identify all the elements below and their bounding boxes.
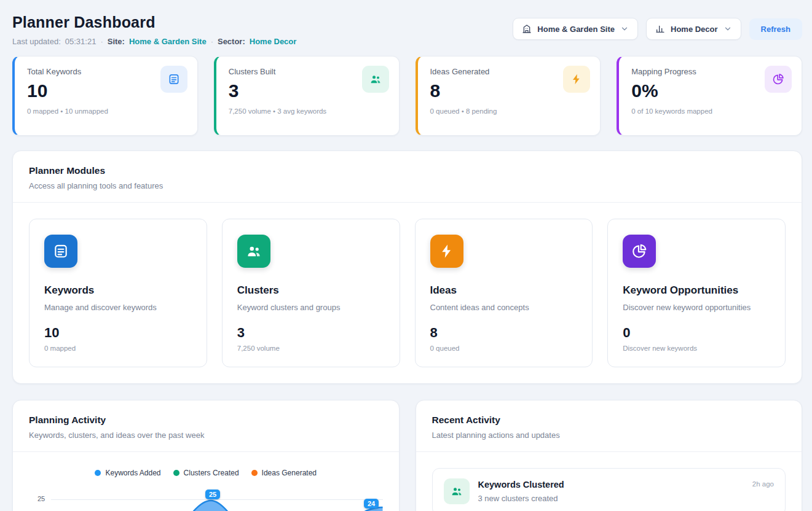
- module-sub: 0 queued: [430, 345, 578, 352]
- site-link[interactable]: Home & Garden Site: [129, 37, 207, 46]
- legend-ideas-generated[interactable]: Ideas Generated: [251, 469, 317, 477]
- stats-row: Total Keywords 10 0 mapped • 10 unmapped…: [12, 56, 802, 136]
- module-value: 3: [237, 325, 385, 341]
- chevron-down-icon: [723, 25, 732, 33]
- site-selector-label: Home & Garden Site: [537, 25, 615, 34]
- site-selector-dropdown[interactable]: Home & Garden Site: [513, 18, 638, 40]
- bottom-row: Planning Activity Keywords, clusters, an…: [12, 400, 802, 511]
- module-sub: 7,250 volume: [237, 345, 385, 352]
- module-tile-keyword-opportunities[interactable]: Keyword Opportunities Discover new keywo…: [607, 219, 786, 367]
- page-header: Planner Dashboard Last updated: 05:31:21…: [12, 14, 802, 46]
- activity-text: Keywords Clustered 3 new clusters create…: [478, 478, 564, 503]
- stat-sub: 0 mapped • 10 unmapped: [27, 107, 186, 115]
- planner-modules-header: Planner Modules Access all planning tool…: [13, 151, 802, 203]
- last-updated-value: 05:31:21: [65, 37, 97, 46]
- activity-chart: 25 25 24: [29, 486, 383, 511]
- bolt-icon: [430, 235, 463, 268]
- users-icon: [237, 235, 270, 268]
- sector-label: Sector:: [218, 37, 245, 46]
- document-icon: [44, 235, 77, 268]
- users-icon: [362, 66, 389, 93]
- modules-grid: Keywords Manage and discover keywords 10…: [13, 203, 802, 383]
- legend-dot: [173, 470, 179, 476]
- sector-selector-label: Home Decor: [671, 25, 718, 34]
- planner-modules-card: Planner Modules Access all planning tool…: [12, 150, 802, 384]
- stat-sub: 0 queued • 8 pending: [430, 107, 589, 115]
- header-controls: Home & Garden Site Home Decor Refresh: [513, 18, 802, 40]
- section-title: Recent Activity: [432, 415, 786, 426]
- section-title: Planner Modules: [29, 165, 786, 176]
- module-tile-keywords[interactable]: Keywords Manage and discover keywords 10…: [29, 219, 207, 367]
- legend-keywords-added[interactable]: Keywords Added: [95, 469, 160, 477]
- stat-card-mapping-progress: Mapping Progress 0% 0 of 10 keywords map…: [617, 56, 802, 136]
- stat-sub: 0 of 10 keywords mapped: [631, 107, 790, 115]
- legend-dot: [251, 470, 258, 476]
- stat-card-ideas-generated: Ideas Generated 8 0 queued • 8 pending: [416, 56, 601, 136]
- legend-clusters-created[interactable]: Clusters Created: [173, 469, 239, 477]
- recent-activity-header: Recent Activity Latest planning actions …: [416, 400, 802, 452]
- bar-chart-icon: [655, 24, 665, 34]
- chevron-down-icon: [620, 25, 629, 33]
- header-left: Planner Dashboard Last updated: 05:31:21…: [12, 14, 296, 46]
- legend-dot: [95, 470, 101, 476]
- module-desc: Keyword clusters and groups: [237, 303, 385, 312]
- sector-selector-dropdown[interactable]: Home Decor: [646, 18, 741, 40]
- section-subtitle: Keywords, clusters, and ideas over the p…: [29, 431, 383, 440]
- planning-activity-card: Planning Activity Keywords, clusters, an…: [12, 400, 400, 511]
- pie-icon: [623, 235, 656, 268]
- document-icon: [160, 66, 187, 93]
- site-label: Site:: [108, 37, 125, 46]
- legend-label: Clusters Created: [184, 469, 239, 477]
- point-label-badge: 24: [364, 499, 379, 509]
- last-updated-label: Last updated:: [12, 37, 61, 46]
- module-sub: 0 mapped: [44, 345, 192, 352]
- module-value: 8: [430, 325, 578, 341]
- activity-item-keywords-clustered: Keywords Clustered 3 new clusters create…: [432, 468, 786, 511]
- activity-time: 2h ago: [752, 480, 774, 488]
- recent-activity-card: Recent Activity Latest planning actions …: [416, 400, 803, 511]
- users-icon: [444, 478, 470, 504]
- sector-link[interactable]: Home Decor: [250, 37, 297, 46]
- module-tile-ideas[interactable]: Ideas Content ideas and concepts 8 0 que…: [415, 219, 593, 367]
- module-tile-clusters[interactable]: Clusters Keyword clusters and groups 3 7…: [222, 219, 400, 367]
- planning-activity-header: Planning Activity Keywords, clusters, an…: [13, 400, 399, 452]
- module-title: Clusters: [237, 284, 385, 297]
- module-value: 10: [44, 325, 192, 341]
- stat-sub: 7,250 volume • 3 avg keywords: [229, 107, 388, 115]
- activity-desc: 3 new clusters created: [478, 494, 564, 503]
- module-sub: Discover new keywords: [623, 345, 770, 352]
- bolt-icon: [563, 66, 590, 93]
- stat-card-total-keywords: Total Keywords 10 0 mapped • 10 unmapped: [12, 56, 198, 136]
- section-subtitle: Access all planning tools and features: [29, 181, 786, 190]
- legend-label: Keywords Added: [105, 469, 160, 477]
- y-axis-tick: 25: [37, 495, 45, 502]
- module-desc: Discover new keyword opportunities: [623, 303, 770, 312]
- header-meta: Last updated: 05:31:21 · Site: Home & Ga…: [12, 37, 296, 46]
- meta-separator: ·: [100, 37, 103, 46]
- legend-label: Ideas Generated: [262, 469, 317, 477]
- section-title: Planning Activity: [29, 415, 383, 426]
- section-subtitle: Latest planning actions and updates: [432, 431, 786, 440]
- page-title: Planner Dashboard: [12, 14, 296, 31]
- module-value: 0: [623, 325, 770, 341]
- building-icon: [522, 24, 532, 34]
- activity-title: Keywords Clustered: [478, 480, 564, 490]
- module-desc: Content ideas and concepts: [430, 303, 578, 312]
- module-title: Ideas: [430, 284, 578, 297]
- stat-card-clusters-built: Clusters Built 3 7,250 volume • 3 avg ke…: [214, 56, 400, 136]
- module-desc: Manage and discover keywords: [44, 303, 192, 312]
- chart-legend: Keywords Added Clusters Created Ideas Ge…: [13, 469, 399, 477]
- planner-dashboard-page: Planner Dashboard Last updated: 05:31:21…: [0, 0, 812, 511]
- refresh-button[interactable]: Refresh: [749, 18, 802, 40]
- pie-icon: [765, 66, 792, 93]
- module-title: Keyword Opportunities: [623, 284, 770, 297]
- point-label-badge: 25: [205, 490, 220, 499]
- meta-separator: ·: [211, 37, 213, 46]
- activity-list: Keywords Clustered 3 new clusters create…: [416, 452, 802, 511]
- module-title: Keywords: [44, 284, 192, 297]
